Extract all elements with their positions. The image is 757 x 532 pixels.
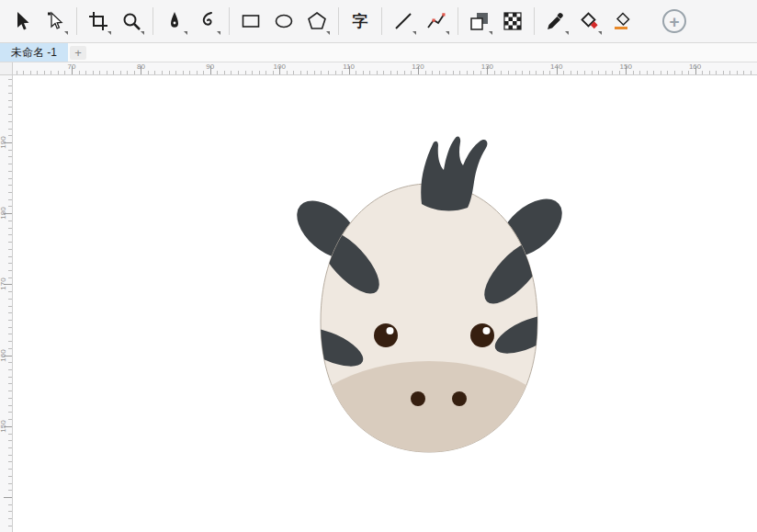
ruler-tick	[467, 71, 468, 74]
eyedropper-tool[interactable]	[541, 6, 571, 37]
ruler-tick	[716, 71, 717, 74]
vector-editor-window: 字	[0, 0, 757, 532]
ruler-tick	[8, 434, 12, 435]
polyline-tool[interactable]	[422, 6, 451, 37]
ruler-tick	[8, 85, 12, 86]
vertical-ruler[interactable]: 190180170160150	[0, 75, 13, 532]
ruler-tick	[8, 135, 12, 136]
document-tab-bar: 未命名 -1 +	[0, 43, 757, 62]
ruler-number: 160	[0, 349, 7, 361]
ruler-tick	[293, 71, 294, 74]
ruler-tick	[411, 71, 412, 74]
toolbar-separator	[458, 7, 458, 35]
ruler-tick	[37, 71, 38, 74]
ellipse-icon	[273, 10, 295, 32]
ruler-tick	[154, 71, 155, 74]
rectangle-tool[interactable]	[236, 6, 266, 37]
curve-icon	[197, 10, 219, 32]
ruler-tick	[266, 71, 266, 74]
ruler-tick	[8, 306, 12, 307]
ruler-tick	[729, 71, 730, 74]
ruler-tick	[598, 71, 599, 74]
zebra-eye-left-highlight	[387, 327, 394, 334]
ruler-tick	[8, 299, 12, 300]
ruler-tick	[8, 93, 12, 94]
two-point-line-tool[interactable]	[389, 6, 418, 37]
ruler-tick	[592, 71, 593, 74]
ruler-tick	[743, 71, 744, 74]
ruler-tick	[8, 369, 12, 370]
zebra-head-illustration[interactable]	[294, 129, 565, 459]
ruler-tick	[688, 71, 689, 74]
pick-tool[interactable]	[7, 6, 37, 37]
checkerboard-icon	[502, 10, 524, 32]
ruler-tick	[446, 71, 446, 74]
ruler-tick	[8, 511, 12, 512]
paint-bucket-icon	[611, 10, 633, 32]
zebra-nostril-right	[452, 391, 467, 406]
ruler-tick	[584, 71, 585, 74]
ruler-tick	[197, 71, 198, 74]
horizontal-ruler[interactable]: 708090100110120130140150160	[13, 62, 757, 75]
ruler-tick	[307, 71, 308, 74]
ruler-tick	[8, 164, 12, 164]
ruler-number: 150	[620, 63, 632, 71]
polygon-tool[interactable]	[302, 6, 332, 37]
text-tool[interactable]: 字	[345, 6, 375, 37]
ruler-tick	[8, 107, 12, 108]
ruler-tick	[8, 447, 12, 448]
ruler-tick	[113, 71, 114, 74]
plus-button[interactable]: +	[662, 9, 686, 33]
ruler-tick	[425, 71, 426, 74]
ruler-tick	[571, 71, 571, 74]
ruler-origin-corner[interactable]	[0, 62, 13, 75]
new-document-tab-button[interactable]: +	[70, 46, 86, 60]
ruler-tick	[321, 71, 322, 74]
document-tab-label: 未命名 -1	[11, 45, 57, 61]
ruler-tick	[8, 171, 12, 172]
ruler-tick	[536, 71, 537, 74]
ruler-tick	[8, 383, 12, 384]
ruler-tick	[8, 476, 12, 477]
ruler-tick	[252, 71, 253, 74]
ruler-tick	[508, 71, 509, 74]
paint-bucket-tool[interactable]	[607, 6, 637, 37]
ruler-tick	[8, 291, 12, 292]
ruler-tick	[639, 71, 640, 74]
drawing-canvas[interactable]	[13, 75, 757, 532]
transparency-tool[interactable]	[498, 6, 527, 37]
polyline-nodes-icon	[425, 10, 447, 32]
ruler-tick	[682, 71, 683, 74]
ruler-tick	[8, 312, 12, 313]
ruler-number: 100	[274, 63, 286, 71]
shape-tool[interactable]	[40, 6, 70, 37]
zoom-tool[interactable]	[117, 6, 146, 37]
ruler-number: 170	[0, 278, 7, 290]
ruler-tick	[549, 71, 550, 74]
ruler-tick	[300, 71, 301, 74]
bspline-tool[interactable]	[193, 6, 222, 37]
ruler-number: 110	[343, 63, 355, 71]
ruler-tick	[577, 71, 578, 74]
ruler-number: 150	[0, 420, 7, 432]
ruler-tick	[8, 320, 12, 321]
ruler-tick	[120, 71, 121, 74]
pen-tool[interactable]	[160, 6, 189, 37]
ruler-tick	[8, 114, 12, 115]
crop-tool[interactable]	[84, 6, 113, 37]
ruler-tick	[8, 185, 12, 186]
ruler-tick	[8, 391, 12, 391]
ruler-tick	[8, 327, 12, 328]
ellipse-tool[interactable]	[269, 6, 299, 37]
ruler-tick	[8, 270, 12, 271]
drop-shadow-tool[interactable]	[465, 6, 494, 37]
fill-diamond-icon	[578, 10, 600, 32]
ruler-tick	[8, 129, 12, 130]
ruler-tick	[134, 71, 135, 74]
document-tab-untitled[interactable]: 未命名 -1	[0, 43, 68, 62]
ruler-tick	[162, 71, 163, 74]
ruler-tick	[148, 71, 149, 74]
toolbar-separator	[381, 7, 382, 35]
interactive-fill-tool[interactable]	[574, 6, 604, 37]
ruler-tick	[8, 156, 12, 157]
